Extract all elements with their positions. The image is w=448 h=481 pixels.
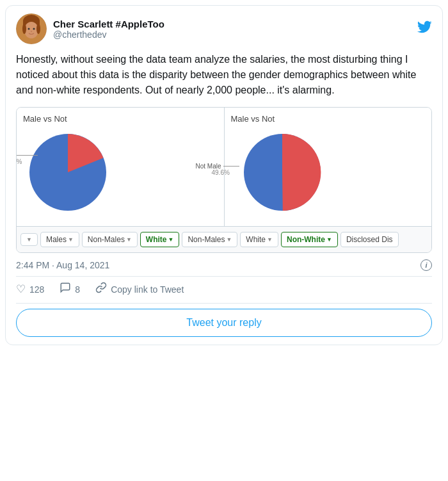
heart-icon: ♡ (16, 282, 26, 296)
svg-point-3 (24, 22, 38, 38)
divider-1 (16, 276, 432, 277)
svg-point-6 (31, 31, 32, 31)
reply-input[interactable]: Tweet your reply (16, 309, 432, 337)
filter-btn-males[interactable]: Males ▼ (40, 232, 79, 247)
chart-right-pie (237, 127, 327, 217)
svg-point-7 (22, 24, 26, 34)
divider-2 (16, 303, 432, 304)
copy-link-action[interactable]: Copy link to Tweet (95, 282, 184, 297)
twitter-logo-icon (417, 19, 432, 38)
link-icon (95, 282, 107, 297)
info-icon[interactable]: i (420, 259, 432, 271)
tweet-card: Cher Scarlett #AppleToo @cherthedev Hone… (5, 5, 443, 345)
display-name[interactable]: Cher Scarlett #AppleToo (53, 19, 164, 29)
avatar[interactable] (16, 13, 47, 44)
filter-btn-nonmales[interactable]: Non-Males ▼ (82, 232, 138, 247)
copy-link-label: Copy link to Tweet (111, 284, 184, 295)
svg-point-4 (28, 28, 30, 30)
timestamp-row: 2:44 PM · Aug 14, 2021 i (16, 259, 432, 271)
actions-row: ♡ 128 8 Copy link to Tweet (16, 282, 432, 297)
charts-row: Male vs Not Not Male (17, 108, 431, 226)
user-info: Cher Scarlett #AppleToo @cherthedev (53, 19, 164, 40)
reply-placeholder: Tweet your reply (186, 317, 261, 328)
filter-btn-nonmales2[interactable]: Non-Males ▼ (182, 232, 237, 247)
likes-count: 128 (29, 284, 44, 295)
username[interactable]: @cherthedev (53, 29, 164, 40)
filter-btn-white2[interactable]: White ▼ (240, 232, 278, 247)
chart-right-title: Male vs Not (231, 114, 426, 124)
filter-btn-nonwhite[interactable]: Non-White ▼ (281, 232, 338, 247)
tweet-header: Cher Scarlett #AppleToo @cherthedev (16, 13, 432, 44)
timestamp[interactable]: 2:44 PM · Aug 14, 2021 (16, 260, 109, 270)
likes-action[interactable]: ♡ 128 (16, 282, 44, 296)
tweet-text: Honestly, without seeing the data team a… (16, 52, 432, 98)
chart-right-percentage: 49.6% (212, 169, 230, 176)
filter-btn-white[interactable]: White ▼ (140, 232, 180, 247)
chart-left-pie (23, 127, 113, 217)
filter-bar: ▼ Males ▼ Non-Males ▼ White ▼ Non-Males … (17, 226, 431, 252)
svg-point-8 (36, 24, 40, 34)
filter-btn-arrow[interactable]: ▼ (20, 233, 38, 246)
chart-left-percentage: 18.2% (16, 158, 22, 165)
user-info-group: Cher Scarlett #AppleToo @cherthedev (16, 13, 164, 44)
filter-btn-disclosed[interactable]: Disclosed Dis (340, 232, 399, 247)
replies-count: 8 (75, 284, 80, 295)
chart-left-title: Male vs Not (23, 114, 218, 124)
comment-icon (60, 282, 71, 297)
charts-container: Male vs Not Not Male (16, 107, 432, 253)
chart-left: Male vs Not Not Male (17, 108, 225, 226)
replies-action[interactable]: 8 (60, 282, 80, 297)
chart-right: Male vs Not Not Male 49.6% (225, 108, 432, 226)
svg-point-5 (33, 28, 35, 30)
